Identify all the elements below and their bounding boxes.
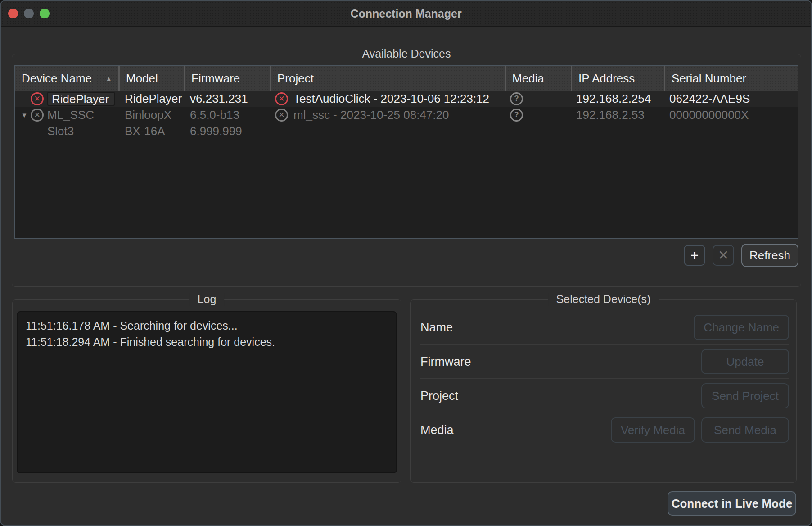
project-offline-icon: ✕ bbox=[275, 109, 288, 122]
log-entry: 11:51:16.178 AM - Searching for devices.… bbox=[26, 317, 388, 334]
project-error-icon: ✕ bbox=[275, 92, 288, 105]
zoom-window-button[interactable] bbox=[40, 9, 50, 18]
column-header-project[interactable]: Project bbox=[270, 66, 505, 91]
connect-live-mode-button[interactable]: Connect in Live Mode bbox=[668, 491, 796, 516]
title-bar[interactable]: Connection Manager bbox=[1, 1, 811, 27]
send-media-button[interactable]: Send Media bbox=[701, 417, 789, 443]
status-offline-icon: ✕ bbox=[31, 109, 44, 122]
firmware-cell: 6.5.0-b13 bbox=[184, 107, 270, 123]
model-cell: BinloopX bbox=[118, 107, 184, 123]
log-legend: Log bbox=[189, 293, 225, 306]
plus-icon: + bbox=[690, 249, 699, 262]
media-label: Media bbox=[420, 423, 454, 437]
device-table-header: Device Name ▲ Model Firmware Project Med… bbox=[15, 66, 798, 91]
column-header-firmware[interactable]: Firmware bbox=[184, 66, 270, 91]
column-header-serial[interactable]: Serial Number bbox=[664, 66, 798, 91]
serial-cell: 062422-AAE9S bbox=[664, 91, 798, 107]
selected-devices-group: Selected Device(s) Name Change Name Firm… bbox=[410, 299, 797, 483]
column-header-device-name[interactable]: Device Name ▲ bbox=[15, 66, 118, 91]
name-label: Name bbox=[420, 321, 453, 335]
traffic-lights bbox=[8, 1, 50, 26]
close-icon: ✕ bbox=[717, 249, 729, 262]
available-devices-legend: Available Devices bbox=[354, 47, 459, 60]
firmware-label: Firmware bbox=[420, 355, 471, 369]
firmware-cell: 6.999.999 bbox=[184, 123, 270, 139]
name-row: Name Change Name bbox=[420, 311, 789, 345]
log-group: Log 11:51:16.178 AM - Searching for devi… bbox=[12, 299, 401, 483]
close-window-button[interactable] bbox=[8, 9, 18, 18]
project-label: Project bbox=[420, 389, 458, 403]
available-devices-group: Available Devices Device Name ▲ Model Fi… bbox=[12, 54, 801, 287]
selected-devices-legend: Selected Device(s) bbox=[548, 293, 659, 306]
status-error-icon: ✕ bbox=[31, 92, 44, 105]
device-table: Device Name ▲ Model Firmware Project Med… bbox=[14, 65, 798, 239]
table-row[interactable]: ▼ ✕ ML_SSC BinloopX 6.5.0-b13 ✕ ml_ssc -… bbox=[15, 107, 798, 123]
media-unknown-icon: ? bbox=[510, 92, 523, 105]
ip-cell: 192.168.2.53 bbox=[571, 107, 664, 123]
send-project-button[interactable]: Send Project bbox=[701, 383, 789, 408]
disclosure-triangle-icon[interactable]: ▼ bbox=[18, 111, 31, 119]
project-cell: ml_ssc - 2023-10-25 08:47:20 bbox=[293, 108, 449, 122]
log-entry: 11:51:18.294 AM - Finished searching for… bbox=[26, 334, 388, 350]
media-row: Media Verify Media Send Media bbox=[420, 413, 789, 447]
model-cell: RidePlayer bbox=[118, 91, 184, 107]
project-cell: TestAudioClick - 2023-10-06 12:23:12 bbox=[293, 92, 489, 106]
connection-manager-window: Connection Manager Available Devices Dev… bbox=[0, 0, 812, 526]
log-output: 11:51:16.178 AM - Searching for devices.… bbox=[17, 311, 397, 473]
model-cell: BX-16A bbox=[118, 123, 184, 139]
verify-media-button[interactable]: Verify Media bbox=[611, 417, 695, 443]
device-name-cell: Slot3 bbox=[47, 124, 74, 138]
ip-cell bbox=[571, 123, 664, 139]
column-header-media[interactable]: Media bbox=[505, 66, 571, 91]
minimize-window-button[interactable] bbox=[24, 9, 34, 18]
device-name-cell: ML_SSC bbox=[47, 108, 94, 122]
table-row[interactable]: Slot3 BX-16A 6.999.999 bbox=[15, 123, 798, 139]
media-unknown-icon: ? bbox=[510, 109, 523, 122]
change-name-button[interactable]: Change Name bbox=[694, 315, 789, 340]
ip-cell: 192.168.2.254 bbox=[571, 91, 664, 107]
add-device-button[interactable]: + bbox=[684, 245, 705, 266]
column-header-model[interactable]: Model bbox=[118, 66, 184, 91]
device-toolbar: + ✕ Refresh bbox=[684, 244, 798, 267]
project-row: Project Send Project bbox=[420, 379, 789, 413]
remove-device-button[interactable]: ✕ bbox=[713, 245, 734, 266]
device-name-edit-field[interactable]: RidePlayer bbox=[47, 92, 115, 106]
firmware-cell: v6.231.231 bbox=[184, 91, 270, 107]
column-header-ip[interactable]: IP Address bbox=[571, 66, 664, 91]
screen: Connection Manager Available Devices Dev… bbox=[0, 0, 812, 526]
firmware-row: Firmware Update bbox=[420, 345, 789, 379]
update-firmware-button[interactable]: Update bbox=[701, 349, 789, 374]
selected-device-actions: Name Change Name Firmware Update Project… bbox=[420, 311, 789, 447]
refresh-button[interactable]: Refresh bbox=[741, 244, 798, 267]
table-row[interactable]: ✕ RidePlayer RidePlayer v6.231.231 ✕ Tes… bbox=[15, 91, 798, 107]
serial-cell: 00000000000X bbox=[664, 107, 798, 123]
serial-cell bbox=[664, 123, 798, 139]
sort-ascending-icon: ▲ bbox=[105, 75, 112, 82]
window-title: Connection Manager bbox=[1, 1, 811, 26]
project-cell bbox=[270, 123, 505, 139]
